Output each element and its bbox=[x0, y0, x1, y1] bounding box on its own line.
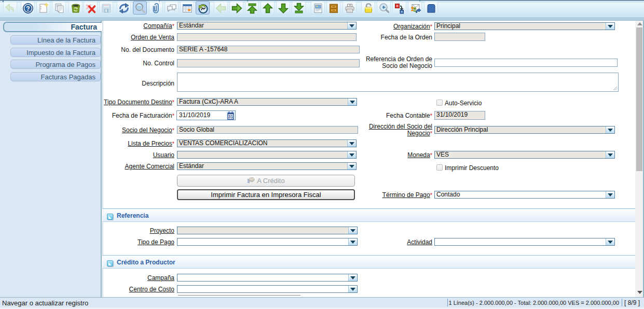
svg-text:31: 31 bbox=[228, 114, 234, 119]
svg-text:?: ? bbox=[26, 5, 30, 12]
